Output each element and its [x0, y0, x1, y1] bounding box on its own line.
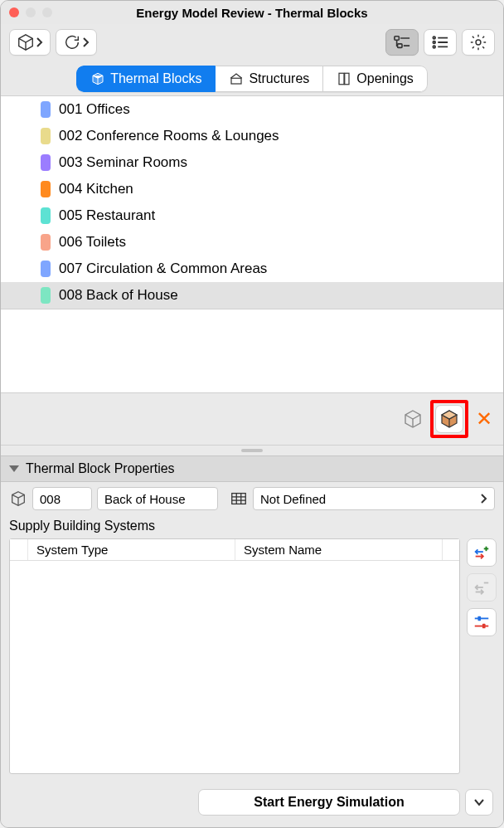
svg-rect-2: [398, 44, 402, 48]
tab-label: Structures: [249, 71, 309, 86]
block-label: 006 Toilets: [59, 234, 126, 251]
grip-icon: [241, 449, 263, 452]
color-chip-icon: [41, 261, 51, 277]
tree-view-toggle[interactable]: [385, 29, 419, 56]
zoom-window-dot[interactable]: [42, 7, 52, 17]
tab-thermal-blocks[interactable]: Thermal Blocks: [76, 66, 216, 92]
tab-label: Openings: [356, 71, 414, 86]
svg-point-6: [433, 41, 435, 44]
thermal-block-row[interactable]: 004 Kitchen: [1, 176, 503, 202]
start-simulation-button[interactable]: Start Energy Simulation: [198, 789, 460, 816]
block-id-input[interactable]: [32, 487, 92, 510]
close-x-icon: ✕: [476, 407, 492, 430]
thermal-block-row[interactable]: 003 Seminar Rooms: [1, 149, 503, 176]
tab-structures[interactable]: Structures: [216, 66, 323, 92]
systems-area: System Type System Name: [1, 538, 503, 781]
color-chip-icon: [41, 207, 51, 224]
svg-rect-27: [477, 616, 481, 621]
list-footer: ✕: [1, 392, 503, 446]
section-title: Thermal Block Properties: [26, 461, 175, 476]
thermal-block-row[interactable]: 008 Back of House: [1, 282, 503, 309]
col-system-name[interactable]: System Name: [235, 539, 443, 560]
block-label: 007 Circulation & Common Areas: [59, 261, 267, 277]
solid-cube-icon: [439, 409, 459, 429]
svg-point-4: [433, 37, 435, 39]
systems-table-head: System Type System Name: [10, 539, 459, 561]
svg-rect-14: [232, 494, 246, 504]
isolate-in-3d-button[interactable]: [435, 405, 463, 433]
remove-arrows-icon: [472, 578, 491, 597]
remove-system-button: [467, 573, 497, 602]
add-arrows-icon: [472, 543, 491, 562]
color-chip-icon: [41, 154, 51, 171]
tab-openings[interactable]: Openings: [323, 66, 428, 92]
block-id-icon: [9, 489, 27, 508]
structures-icon: [229, 71, 244, 86]
disclosure-triangle-icon: [9, 465, 19, 472]
mixer-icon: [472, 613, 491, 631]
category-tabs: Thermal Blocks Structures Openings: [1, 64, 503, 95]
properties-id-row: Not Defined: [1, 482, 503, 515]
color-chip-icon: [41, 287, 51, 304]
tree-icon: [393, 34, 411, 51]
list-empty-area: [1, 309, 503, 392]
block-label: 004 Kitchen: [59, 181, 133, 197]
block-label: 002 Conference Rooms & Lounges: [59, 128, 279, 144]
block-name-input[interactable]: [97, 487, 218, 510]
chevron-right-icon: [81, 37, 90, 48]
clear-selection-button[interactable]: ✕: [472, 407, 497, 431]
start-options-button[interactable]: [465, 789, 493, 816]
svg-rect-13: [345, 73, 349, 85]
gear-icon: [469, 33, 487, 51]
thermal-block-row[interactable]: 007 Circulation & Common Areas: [1, 256, 503, 282]
window-title: Energy Model Review - Thermal Blocks: [1, 6, 503, 20]
model-scope-button[interactable]: [9, 29, 51, 56]
list-icon: [431, 34, 449, 51]
grid-icon: [230, 489, 248, 508]
thermal-block-row[interactable]: 006 Toilets: [1, 229, 503, 256]
splitter[interactable]: [1, 446, 503, 455]
thermal-block-row[interactable]: 002 Conference Rooms & Lounges: [1, 123, 503, 149]
svg-rect-29: [482, 624, 486, 629]
minimize-window-dot[interactable]: [26, 7, 36, 17]
close-window-dot[interactable]: [9, 7, 19, 17]
systems-subheader: Supply Building Systems: [1, 515, 503, 538]
settings-button[interactable]: [462, 29, 495, 56]
title-bar: Energy Model Review - Thermal Blocks: [1, 1, 503, 24]
traffic-lights: [9, 7, 52, 17]
chevron-right-icon: [35, 37, 43, 48]
thermal-block-list: 001 Offices002 Conference Rooms & Lounge…: [1, 95, 503, 309]
color-chip-icon: [41, 181, 51, 197]
window: Energy Model Review - Thermal Blocks: [0, 0, 504, 828]
openings-icon: [337, 71, 351, 86]
block-label: 008 Back of House: [59, 287, 178, 304]
svg-rect-0: [395, 37, 399, 41]
chevron-down-icon: [473, 798, 485, 806]
wire-cube-icon: [403, 409, 423, 429]
highlight-callout: [430, 400, 468, 438]
col-trailing: [443, 539, 459, 560]
col-system-type[interactable]: System Type: [28, 539, 235, 560]
list-view-toggle[interactable]: [424, 29, 457, 56]
operation-profile-select[interactable]: Not Defined: [253, 487, 495, 510]
svg-rect-11: [231, 78, 241, 84]
systems-table-body[interactable]: [10, 561, 459, 773]
refresh-button[interactable]: [56, 29, 97, 56]
thermal-block-row[interactable]: 001 Offices: [1, 96, 503, 123]
start-label: Start Energy Simulation: [254, 795, 404, 810]
block-label: 001 Offices: [59, 101, 130, 118]
add-system-button[interactable]: [467, 538, 497, 567]
show-in-3d-button[interactable]: [399, 405, 427, 433]
row-handle-col: [10, 539, 28, 560]
properties-section-header[interactable]: Thermal Block Properties: [1, 455, 503, 482]
toolbar: [1, 24, 503, 64]
thermal-block-icon: [90, 71, 105, 86]
svg-point-10: [476, 40, 481, 45]
chevron-right-icon: [479, 493, 487, 504]
svg-rect-12: [339, 73, 344, 85]
thermal-block-row[interactable]: 005 Restaurant: [1, 202, 503, 229]
edit-systems-button[interactable]: [467, 608, 497, 636]
systems-side-buttons: [467, 538, 497, 774]
bottom-bar: Start Energy Simulation: [1, 781, 503, 827]
refresh-icon: [63, 33, 81, 51]
